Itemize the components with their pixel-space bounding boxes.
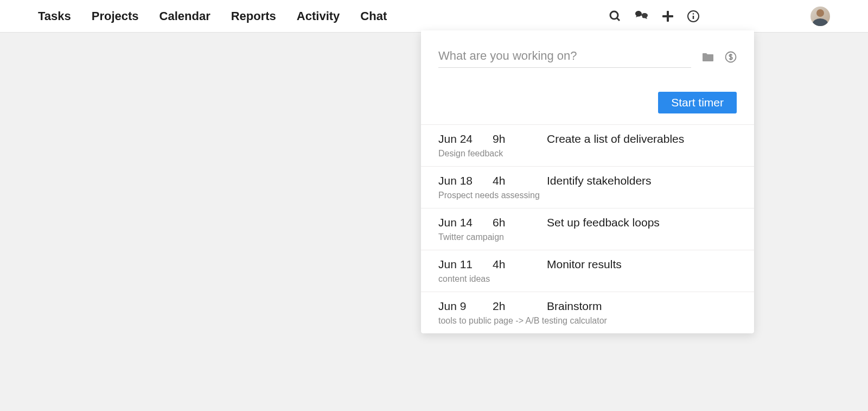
info-icon[interactable]	[687, 10, 700, 23]
entry-date: Jun 18	[438, 174, 493, 187]
entry-duration: 9h	[493, 132, 547, 146]
svg-point-5	[693, 13, 694, 15]
entry-date: Jun 9	[438, 300, 493, 313]
plus-icon[interactable]	[662, 10, 674, 22]
entry-description: Brainstorm	[547, 300, 602, 313]
entry-date: Jun 24	[438, 132, 493, 146]
avatar[interactable]	[810, 7, 830, 26]
nav-activity[interactable]: Activity	[297, 9, 340, 23]
entry-duration: 4h	[493, 174, 547, 187]
time-entry[interactable]: Jun 9 2h Brainstorm tools to public page…	[421, 292, 754, 333]
entry-date: Jun 11	[438, 258, 493, 271]
entry-date: Jun 14	[438, 216, 493, 229]
entry-duration: 6h	[493, 216, 547, 229]
topbar-icons	[609, 7, 830, 26]
svg-point-0	[610, 11, 618, 19]
entry-description: Identify stakeholders	[547, 174, 652, 187]
entry-description: Create a list of deliverables	[547, 132, 684, 146]
main-nav: Tasks Projects Calendar Reports Activity…	[38, 9, 387, 23]
topbar: Tasks Projects Calendar Reports Activity…	[0, 0, 868, 33]
entry-duration: 4h	[493, 258, 547, 271]
entry-project: content ideas	[438, 274, 737, 284]
entry-description: Monitor results	[547, 258, 622, 271]
nav-calendar[interactable]: Calendar	[159, 9, 210, 23]
timer-panel: Start timer Jun 24 9h Create a list of d…	[421, 30, 754, 333]
billable-icon[interactable]	[725, 51, 737, 63]
nav-projects[interactable]: Projects	[92, 9, 139, 23]
time-entry[interactable]: Jun 24 9h Create a list of deliverables …	[421, 125, 754, 167]
time-entries-list: Jun 24 9h Create a list of deliverables …	[421, 124, 754, 333]
entry-project: tools to public page -> A/B testing calc…	[438, 316, 737, 326]
time-entry[interactable]: Jun 14 6h Set up feedback loops Twitter …	[421, 208, 754, 250]
nav-tasks[interactable]: Tasks	[38, 9, 71, 23]
svg-line-1	[617, 18, 620, 21]
entry-duration: 2h	[493, 300, 547, 313]
entry-description: Set up feedback loops	[547, 216, 660, 229]
entry-project: Twitter campaign	[438, 232, 737, 242]
chat-icon[interactable]	[635, 10, 649, 23]
nav-chat[interactable]: Chat	[360, 9, 387, 23]
entry-project: Prospect needs assessing	[438, 191, 737, 200]
start-timer-button[interactable]: Start timer	[658, 92, 737, 113]
task-input[interactable]	[438, 46, 691, 68]
folder-icon[interactable]	[702, 52, 714, 62]
search-icon[interactable]	[609, 10, 622, 23]
nav-reports[interactable]: Reports	[231, 9, 276, 23]
time-entry[interactable]: Jun 11 4h Monitor results content ideas	[421, 250, 754, 292]
entry-project: Design feedback	[438, 149, 737, 159]
time-entry[interactable]: Jun 18 4h Identify stakeholders Prospect…	[421, 167, 754, 208]
timer-panel-header: Start timer	[421, 30, 754, 124]
svg-rect-3	[662, 15, 673, 17]
